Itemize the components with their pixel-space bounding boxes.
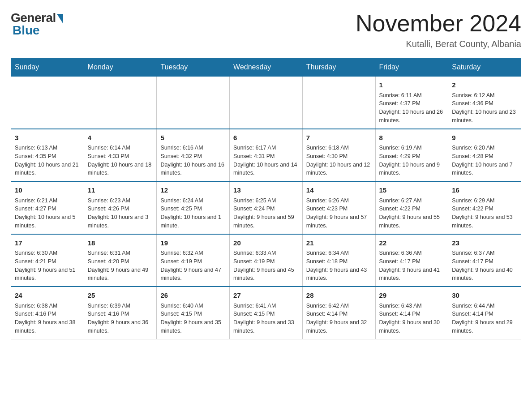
day-number: 27 (233, 291, 299, 301)
day-info: Sunrise: 6:44 AMSunset: 4:14 PMDaylight:… (452, 302, 517, 335)
week-row-1: 1Sunrise: 6:11 AMSunset: 4:37 PMDaylight… (11, 76, 521, 129)
calendar-cell: 30Sunrise: 6:44 AMSunset: 4:14 PMDayligh… (448, 287, 521, 339)
day-number: 21 (306, 238, 372, 248)
day-info: Sunrise: 6:20 AMSunset: 4:28 PMDaylight:… (452, 144, 517, 177)
day-info: Sunrise: 6:26 AMSunset: 4:23 PMDaylight:… (306, 197, 372, 230)
calendar-cell (230, 76, 303, 129)
day-number: 24 (15, 291, 80, 301)
day-number: 14 (306, 185, 372, 196)
logo: General Blue (11, 11, 63, 38)
day-number: 13 (233, 185, 299, 196)
day-info: Sunrise: 6:41 AMSunset: 4:15 PMDaylight:… (233, 302, 299, 335)
day-info: Sunrise: 6:34 AMSunset: 4:18 PMDaylight:… (306, 249, 372, 283)
calendar-table: SundayMondayTuesdayWednesdayThursdayFrid… (11, 58, 521, 339)
day-info: Sunrise: 6:40 AMSunset: 4:15 PMDaylight:… (160, 302, 226, 335)
calendar-cell: 1Sunrise: 6:11 AMSunset: 4:37 PMDaylight… (375, 76, 448, 129)
day-number: 30 (452, 291, 517, 301)
weekday-header-saturday: Saturday (448, 59, 521, 77)
day-number: 7 (306, 133, 372, 143)
day-number: 18 (88, 238, 153, 248)
day-info: Sunrise: 6:14 AMSunset: 4:33 PMDaylight:… (88, 144, 153, 177)
calendar-cell: 4Sunrise: 6:14 AMSunset: 4:33 PMDaylight… (84, 129, 157, 182)
day-number: 2 (452, 80, 517, 90)
calendar-cell: 15Sunrise: 6:27 AMSunset: 4:22 PMDayligh… (375, 181, 448, 234)
day-number: 23 (452, 238, 517, 248)
calendar-cell: 27Sunrise: 6:41 AMSunset: 4:15 PMDayligh… (230, 287, 303, 339)
calendar-cell: 14Sunrise: 6:26 AMSunset: 4:23 PMDayligh… (302, 181, 375, 234)
day-info: Sunrise: 6:42 AMSunset: 4:14 PMDaylight:… (306, 302, 372, 335)
day-number: 11 (88, 185, 153, 196)
calendar-cell: 20Sunrise: 6:33 AMSunset: 4:19 PMDayligh… (230, 234, 303, 287)
day-info: Sunrise: 6:17 AMSunset: 4:31 PMDaylight:… (233, 144, 299, 177)
location-label: Kutalli, Berat County, Albania (356, 39, 521, 49)
calendar-cell (84, 76, 157, 129)
day-info: Sunrise: 6:31 AMSunset: 4:20 PMDaylight:… (88, 249, 153, 283)
calendar-cell: 26Sunrise: 6:40 AMSunset: 4:15 PMDayligh… (157, 287, 230, 339)
day-info: Sunrise: 6:25 AMSunset: 4:24 PMDaylight:… (233, 197, 299, 230)
calendar-cell (11, 76, 84, 129)
day-info: Sunrise: 6:13 AMSunset: 4:35 PMDaylight:… (15, 144, 80, 177)
week-row-2: 3Sunrise: 6:13 AMSunset: 4:35 PMDaylight… (11, 129, 521, 182)
day-number: 26 (160, 291, 226, 301)
calendar-cell: 25Sunrise: 6:39 AMSunset: 4:16 PMDayligh… (84, 287, 157, 339)
calendar-cell: 8Sunrise: 6:19 AMSunset: 4:29 PMDaylight… (375, 129, 448, 182)
day-number: 9 (452, 133, 517, 143)
day-info: Sunrise: 6:38 AMSunset: 4:16 PMDaylight:… (15, 302, 80, 335)
day-number: 19 (160, 238, 226, 248)
day-info: Sunrise: 6:18 AMSunset: 4:30 PMDaylight:… (306, 144, 372, 177)
calendar-cell: 21Sunrise: 6:34 AMSunset: 4:18 PMDayligh… (302, 234, 375, 287)
day-number: 8 (379, 133, 445, 143)
day-number: 10 (15, 185, 80, 196)
day-info: Sunrise: 6:12 AMSunset: 4:36 PMDaylight:… (452, 91, 517, 125)
day-number: 6 (233, 133, 299, 143)
day-info: Sunrise: 6:11 AMSunset: 4:37 PMDaylight:… (379, 91, 445, 125)
day-info: Sunrise: 6:24 AMSunset: 4:25 PMDaylight:… (160, 197, 226, 230)
calendar-cell: 17Sunrise: 6:30 AMSunset: 4:21 PMDayligh… (11, 234, 84, 287)
calendar-cell: 24Sunrise: 6:38 AMSunset: 4:16 PMDayligh… (11, 287, 84, 339)
calendar-cell: 11Sunrise: 6:23 AMSunset: 4:26 PMDayligh… (84, 181, 157, 234)
title-section: November 2024 Kutalli, Berat County, Alb… (356, 11, 521, 49)
calendar-cell: 5Sunrise: 6:16 AMSunset: 4:32 PMDaylight… (157, 129, 230, 182)
weekday-header-wednesday: Wednesday (230, 59, 303, 77)
day-number: 15 (379, 185, 445, 196)
calendar-cell: 28Sunrise: 6:42 AMSunset: 4:14 PMDayligh… (302, 287, 375, 339)
calendar-cell (157, 76, 230, 129)
calendar-cell: 16Sunrise: 6:29 AMSunset: 4:22 PMDayligh… (448, 181, 521, 234)
logo-arrow-icon (57, 14, 63, 24)
calendar-cell: 6Sunrise: 6:17 AMSunset: 4:31 PMDaylight… (230, 129, 303, 182)
page-header: General Blue November 2024 Kutalli, Bera… (11, 11, 521, 49)
weekday-header-row: SundayMondayTuesdayWednesdayThursdayFrid… (11, 59, 521, 77)
calendar-cell: 22Sunrise: 6:36 AMSunset: 4:17 PMDayligh… (375, 234, 448, 287)
calendar-cell: 12Sunrise: 6:24 AMSunset: 4:25 PMDayligh… (157, 181, 230, 234)
day-number: 22 (379, 238, 445, 248)
calendar-cell: 18Sunrise: 6:31 AMSunset: 4:20 PMDayligh… (84, 234, 157, 287)
week-row-4: 17Sunrise: 6:30 AMSunset: 4:21 PMDayligh… (11, 234, 521, 287)
month-title: November 2024 (356, 11, 521, 36)
calendar-cell (302, 76, 375, 129)
calendar-cell: 29Sunrise: 6:43 AMSunset: 4:14 PMDayligh… (375, 287, 448, 339)
day-number: 29 (379, 291, 445, 301)
day-number: 16 (452, 185, 517, 196)
calendar-cell: 19Sunrise: 6:32 AMSunset: 4:19 PMDayligh… (157, 234, 230, 287)
day-number: 17 (15, 238, 80, 248)
day-info: Sunrise: 6:39 AMSunset: 4:16 PMDaylight:… (88, 302, 153, 335)
day-number: 4 (88, 133, 153, 143)
day-number: 25 (88, 291, 153, 301)
day-info: Sunrise: 6:30 AMSunset: 4:21 PMDaylight:… (15, 249, 80, 283)
day-info: Sunrise: 6:23 AMSunset: 4:26 PMDaylight:… (88, 197, 153, 230)
weekday-header-friday: Friday (375, 59, 448, 77)
calendar-cell: 2Sunrise: 6:12 AMSunset: 4:36 PMDaylight… (448, 76, 521, 129)
day-info: Sunrise: 6:37 AMSunset: 4:17 PMDaylight:… (452, 249, 517, 283)
calendar-cell: 13Sunrise: 6:25 AMSunset: 4:24 PMDayligh… (230, 181, 303, 234)
calendar-cell: 10Sunrise: 6:21 AMSunset: 4:27 PMDayligh… (11, 181, 84, 234)
week-row-5: 24Sunrise: 6:38 AMSunset: 4:16 PMDayligh… (11, 287, 521, 339)
calendar-cell: 3Sunrise: 6:13 AMSunset: 4:35 PMDaylight… (11, 129, 84, 182)
weekday-header-tuesday: Tuesday (157, 59, 230, 77)
day-info: Sunrise: 6:16 AMSunset: 4:32 PMDaylight:… (160, 144, 226, 177)
calendar-cell: 9Sunrise: 6:20 AMSunset: 4:28 PMDaylight… (448, 129, 521, 182)
calendar-cell: 7Sunrise: 6:18 AMSunset: 4:30 PMDaylight… (302, 129, 375, 182)
logo-blue-text: Blue (13, 23, 40, 38)
day-info: Sunrise: 6:19 AMSunset: 4:29 PMDaylight:… (379, 144, 445, 177)
weekday-header-sunday: Sunday (11, 59, 84, 77)
weekday-header-thursday: Thursday (302, 59, 375, 77)
